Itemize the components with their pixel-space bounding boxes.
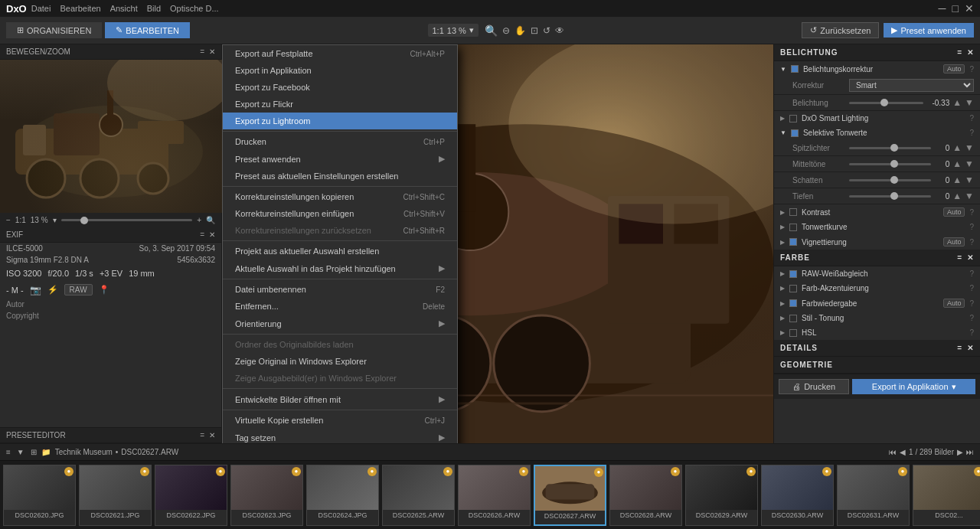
zoom-in-icon[interactable]: 🔍 [485, 24, 498, 37]
menu-projekt-erstellen[interactable]: Projekt aus aktueller Auswahl erstellen [223, 243, 457, 260]
belichtungskorrektur-auto[interactable]: Auto [943, 64, 965, 73]
tiefen-up[interactable]: ▲ [952, 191, 962, 201]
menu-drucken[interactable]: Drucken Ctrl+P [223, 133, 457, 150]
menu-export-lightroom[interactable]: Export zu Lightroom [223, 113, 457, 129]
belichtung-stepper-down[interactable]: ▼ [965, 97, 974, 108]
selektive-checkbox[interactable] [791, 129, 799, 137]
film-item-11[interactable]: ● DSC02631.ARW [837, 465, 910, 526]
farbe-menu-icon[interactable]: = [957, 253, 962, 262]
hsl-help[interactable]: ? [969, 328, 974, 337]
menu-preset-erstellen[interactable]: Preset aus aktuellen Einstellungen erste… [223, 168, 457, 184]
belichtungskorrektur-item[interactable]: ▼ Belichtungskorrektur Auto ? [774, 61, 980, 77]
film-item-8[interactable]: ● DSC02628.ARW [609, 465, 682, 526]
film-item-0[interactable]: ● DSC02620.JPG [3, 465, 76, 526]
farb-akzentuierung-item[interactable]: ▶ Farb-Akzentuierung ? [774, 281, 980, 296]
film-item-5[interactable]: ● DSC02625.ARW [382, 465, 455, 526]
export-applikation-button[interactable]: Export in Applikation ▾ [852, 379, 975, 394]
menu-export-flickr[interactable]: Export zu Flickr [223, 96, 457, 113]
selektive-tonwerte-item[interactable]: ▼ Selektive Tonwerte ? [774, 126, 980, 140]
tiefen-track[interactable] [849, 195, 931, 198]
details-icons[interactable]: = ✕ [957, 344, 974, 352]
vignettierung-help[interactable]: ? [969, 238, 974, 247]
belichtung-close-icon[interactable]: ✕ [967, 48, 974, 57]
zoom-minus-icon[interactable]: − [6, 216, 11, 224]
skip-last-icon[interactable]: ⏭ [966, 448, 974, 456]
film-item-7[interactable]: ● DSC02627.ARW [534, 465, 606, 526]
farbe-header-icons[interactable]: = ✕ [957, 253, 974, 262]
mitteltoene-thumb[interactable] [890, 160, 898, 168]
menu-datei[interactable]: Datei [31, 4, 51, 13]
raw-weiss-checkbox[interactable] [789, 270, 797, 278]
menu-virtuelle-kopie[interactable]: Virtuelle Kopie erstellen Ctrl+J [223, 412, 457, 429]
minimize-button[interactable]: ─ [939, 2, 946, 15]
play-controls[interactable]: ⏮ ◀ 1 / 289 Bilder ▶ ⏭ [889, 448, 974, 456]
belichtungskorrektur-checkbox[interactable] [791, 65, 799, 73]
tiefen-down[interactable]: ▼ [965, 191, 974, 201]
kontrast-help[interactable]: ? [969, 208, 974, 217]
tonwertkurve-help[interactable]: ? [969, 223, 974, 231]
window-controls[interactable]: ─ □ ✕ [939, 2, 974, 15]
farbwiedergabe-checkbox[interactable] [789, 299, 797, 307]
schatten-down[interactable]: ▼ [965, 175, 974, 185]
vignettierung-item[interactable]: ▶ Vignettierung Auto ? [774, 234, 980, 250]
kontrast-checkbox[interactable] [789, 208, 797, 216]
dxo-smart-lighting-item[interactable]: ▶ DxO Smart Lighting ? [774, 111, 980, 126]
spitzlichter-track[interactable] [849, 147, 931, 149]
tonwertkurve-checkbox[interactable] [789, 224, 797, 231]
exif-header-icons[interactable]: = ✕ [200, 230, 215, 239]
menu-korrektur-kopieren[interactable]: Korrektureinstellungen kopieren Ctrl+Shi… [223, 188, 457, 205]
mitteltoene-track[interactable] [849, 163, 931, 165]
menu-export-applikation[interactable]: Export in Applikation [223, 62, 457, 79]
preset-close-icon[interactable]: ✕ [209, 431, 215, 439]
menu-orientierung[interactable]: Orientierung ▶ [223, 315, 457, 332]
belichtungskorrektur-help[interactable]: ? [969, 65, 974, 73]
panel-close-icon[interactable]: ✕ [209, 47, 215, 56]
panel-header-icons[interactable]: = ✕ [200, 47, 215, 56]
belichtung-track[interactable] [849, 102, 923, 104]
menu-bild[interactable]: Bild [147, 4, 161, 13]
hsl-checkbox[interactable] [789, 329, 797, 337]
menu-zeige-original[interactable]: Zeige Original in Windows Explorer [223, 353, 457, 370]
spitzlichter-down[interactable]: ▼ [965, 142, 974, 153]
export-chevron-icon[interactable]: ▾ [952, 382, 956, 392]
menu-datei-umbenennen[interactable]: Datei umbenennen F2 [223, 281, 457, 298]
bearbeiten-button[interactable]: ✎ BEARBEITEN [105, 22, 190, 38]
maximize-button[interactable]: □ [952, 2, 959, 15]
preset-editor-icons[interactable]: = ✕ [200, 431, 215, 439]
menu-export-festplatte[interactable]: Export auf Festplatte Ctrl+Alt+P [223, 45, 457, 62]
film-item-10[interactable]: ● DSC02630.ARW [761, 465, 834, 526]
exif-menu-icon[interactable]: = [200, 230, 204, 239]
drucken-button[interactable]: 🖨 Drucken [779, 379, 849, 394]
zoom-slider[interactable] [61, 219, 193, 221]
spitzlichter-up[interactable]: ▲ [952, 142, 962, 153]
raw-weiss-help[interactable]: ? [969, 269, 974, 278]
zoom-plus-icon[interactable]: + [197, 216, 201, 224]
preset-apply-button[interactable]: ▶ Preset anwenden [884, 23, 974, 38]
zoom-out-icon[interactable]: ⊖ [502, 25, 510, 36]
kontrast-item[interactable]: ▶ Kontrast Auto ? [774, 204, 980, 220]
raw-weissabgleich-item[interactable]: ▶ RAW-Weißabgleich ? [774, 266, 980, 281]
play-icon[interactable]: ▶ [957, 448, 963, 456]
film-item-6[interactable]: ● DSC02626.ARW [458, 465, 531, 526]
menu-tag-setzen[interactable]: Tag setzen ▶ [223, 429, 457, 443]
belichtung-thumb[interactable] [880, 99, 888, 106]
sort-icon[interactable]: ▼ [17, 448, 24, 456]
tiefen-thumb[interactable] [890, 192, 898, 200]
menu-ansicht[interactable]: Ansicht [110, 4, 138, 13]
film-item-12[interactable]: ● DSC02... [913, 465, 980, 526]
selektive-help[interactable]: ? [969, 129, 974, 137]
reset-button[interactable]: ↺ Zurücksetzen [802, 22, 879, 38]
menu-entfernen[interactable]: Entfernen... Delete [223, 298, 457, 315]
menu-preset-anwenden[interactable]: Preset anwenden ▶ [223, 150, 457, 168]
rotate-icon[interactable]: ↺ [543, 25, 550, 36]
zoom-chevron-icon[interactable]: ▾ [53, 216, 57, 224]
farbwiedergabe-item[interactable]: ▶ Farbwiedergabe Auto ? [774, 296, 980, 311]
hand-tool-icon[interactable]: ✋ [514, 25, 526, 36]
korrektur-select[interactable]: Smart [849, 79, 974, 92]
schatten-thumb[interactable] [890, 176, 898, 184]
stil-tonung-item[interactable]: ▶ Stil - Tonung ? [774, 311, 980, 325]
details-menu-icon[interactable]: = [957, 344, 962, 352]
skip-first-icon[interactable]: ⏮ [889, 448, 897, 456]
zoom-control[interactable]: 1:1 13 % ▾ [428, 24, 479, 37]
belichtung-header-icons[interactable]: = ✕ [957, 48, 974, 57]
